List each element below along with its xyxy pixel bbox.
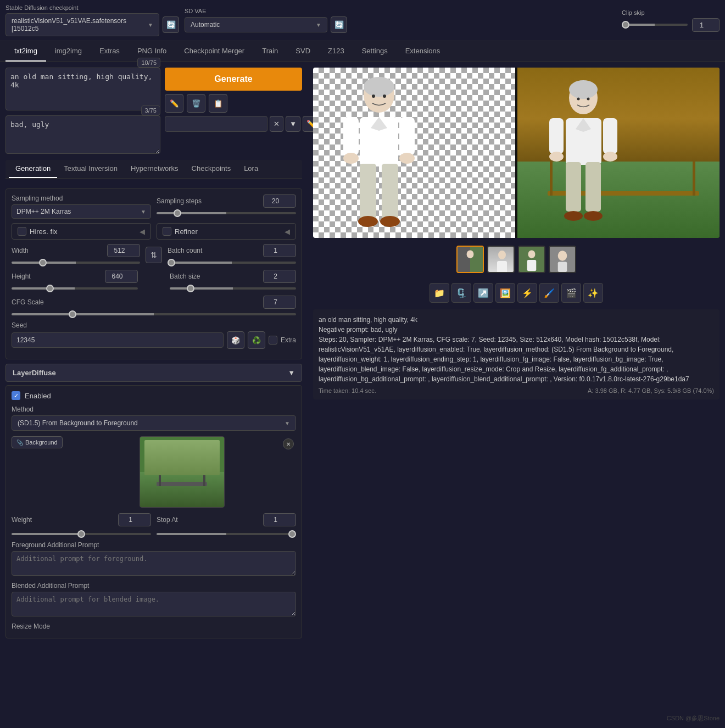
blended-prompt-input[interactable] bbox=[12, 592, 296, 616]
stop-at-slider[interactable] bbox=[157, 533, 296, 535]
gen-tab-hypernetworks[interactable]: Hypernetworks bbox=[124, 160, 185, 178]
clip-skip-input[interactable] bbox=[692, 18, 720, 32]
style-dropdown-btn[interactable]: ▼ bbox=[286, 116, 300, 132]
tab-checkpoint-merger[interactable]: Checkpoint Merger bbox=[175, 41, 253, 62]
vae-value: Automatic bbox=[191, 21, 220, 29]
svg-point-24 bbox=[564, 211, 583, 221]
hires-fix-checkbox[interactable] bbox=[18, 227, 26, 236]
bg-image-close-btn[interactable]: ✕ bbox=[283, 438, 294, 449]
weight-slider[interactable] bbox=[12, 533, 151, 535]
info-meta: Time taken: 10.4 sec. A: 3.98 GB, R: 4.7… bbox=[319, 387, 714, 394]
tab-svd[interactable]: SVD bbox=[287, 41, 319, 62]
time-taken: Time taken: 10.4 sec. bbox=[319, 387, 376, 394]
height-input[interactable] bbox=[105, 270, 138, 283]
stop-at-input[interactable] bbox=[263, 513, 296, 526]
sampling-method-label: Sampling method bbox=[12, 194, 151, 202]
seed-recycle-btn[interactable]: ♻️ bbox=[248, 331, 265, 349]
negative-token-count: 3/75 bbox=[141, 105, 160, 115]
batch-size-input[interactable] bbox=[263, 270, 296, 283]
checkpoint-dropdown[interactable]: realisticVisionV51_v51VAE.safetensors [1… bbox=[5, 13, 159, 36]
sampling-steps-slider[interactable] bbox=[157, 212, 296, 214]
seed-input[interactable] bbox=[12, 332, 224, 348]
tool-send-btn[interactable]: ↗️ bbox=[473, 283, 493, 303]
enabled-checkbox[interactable]: ✓ bbox=[12, 391, 20, 400]
fg-prompt-input[interactable] bbox=[12, 551, 296, 576]
info-text: an old man sitting, high quality, 4k Neg… bbox=[319, 315, 714, 384]
gen-tab-checkpoints[interactable]: Checkpoints bbox=[185, 160, 238, 178]
svg-point-9 bbox=[399, 153, 415, 164]
style-x-btn[interactable]: ✕ bbox=[270, 116, 283, 132]
tool-zip-btn[interactable]: 🗜️ bbox=[451, 283, 471, 303]
gen-tab-lora[interactable]: Lora bbox=[237, 160, 265, 178]
tool-extras-btn[interactable]: ⚡ bbox=[517, 283, 537, 303]
height-slider[interactable] bbox=[12, 287, 138, 290]
tool-video-btn[interactable]: 🎬 bbox=[561, 283, 581, 303]
svg-rect-29 bbox=[470, 247, 483, 272]
tab-img2img[interactable]: img2img bbox=[46, 41, 91, 62]
cfg-scale-input[interactable] bbox=[263, 296, 296, 309]
positive-prompt-input[interactable]: an old man sitting, high quality, 4k bbox=[5, 68, 160, 110]
resize-mode-label: Resize Mode bbox=[12, 623, 296, 630]
tool-magic-btn[interactable]: ✨ bbox=[583, 283, 603, 303]
trash-btn[interactable]: 🗑️ bbox=[187, 94, 205, 113]
gen-tab-textual[interactable]: Textual Inversion bbox=[57, 160, 124, 178]
pencil-btn[interactable]: ✏️ bbox=[165, 94, 183, 113]
layerdiffuse-header[interactable]: LayerDiffuse ▼ bbox=[5, 364, 302, 382]
generate-button[interactable]: Generate bbox=[165, 68, 302, 91]
cfg-scale-label: CFG Scale bbox=[12, 298, 72, 306]
svg-point-22 bbox=[549, 152, 564, 162]
thumbnail-3[interactable] bbox=[518, 246, 545, 273]
batch-count-input[interactable] bbox=[263, 244, 296, 257]
vae-dropdown[interactable]: Automatic ▼ bbox=[185, 17, 327, 32]
batch-size-slider[interactable] bbox=[170, 287, 296, 290]
prompt-row: 10/75 an old man sitting, high quality, … bbox=[5, 68, 302, 155]
height-label: Height bbox=[12, 273, 72, 280]
tool-folder-btn[interactable]: 📁 bbox=[430, 283, 449, 303]
refiner-checkbox[interactable] bbox=[163, 227, 171, 236]
clipboard-btn[interactable]: 📋 bbox=[209, 94, 227, 113]
gen-tab-generation[interactable]: Generation bbox=[9, 160, 57, 178]
swap-dimensions-btn[interactable]: ⇅ bbox=[146, 247, 162, 263]
refiner-arrow: ◀ bbox=[285, 227, 290, 236]
memory-usage: A: 3.98 GB, R: 4.77 GB, Sys: 5.9/8 GB (7… bbox=[588, 387, 714, 394]
tab-z123[interactable]: Z123 bbox=[319, 41, 353, 62]
clip-skip-slider[interactable] bbox=[622, 24, 688, 26]
sampling-method-dropdown[interactable]: DPM++ 2M Karras ▼ bbox=[12, 204, 151, 219]
checkpoint-arrow: ▼ bbox=[148, 22, 153, 28]
seed-row: 🎲 ♻️ Extra bbox=[12, 331, 296, 349]
thumbnail-4[interactable] bbox=[549, 246, 576, 273]
svg-point-15 bbox=[569, 80, 598, 99]
stop-at-label: Stop At bbox=[157, 516, 178, 524]
tab-settings[interactable]: Settings bbox=[353, 41, 397, 62]
tool-canvas-btn[interactable]: 🖼️ bbox=[495, 283, 515, 303]
vae-refresh-btn[interactable]: 🔄 bbox=[331, 16, 347, 33]
bg-label[interactable]: 📎 Background bbox=[12, 436, 63, 448]
tab-train[interactable]: Train bbox=[253, 41, 287, 62]
svg-rect-7 bbox=[399, 117, 415, 155]
width-slider[interactable] bbox=[12, 262, 140, 264]
svg-rect-5 bbox=[382, 164, 398, 219]
thumbnail-2[interactable] bbox=[487, 246, 515, 273]
extra-checkbox[interactable] bbox=[269, 336, 277, 344]
tab-extras[interactable]: Extras bbox=[91, 41, 129, 62]
blended-prompt-label: Blended Additional Prompt bbox=[12, 582, 296, 590]
weight-input[interactable] bbox=[118, 513, 151, 526]
sampling-steps-input[interactable] bbox=[263, 194, 296, 208]
svg-rect-21 bbox=[603, 118, 617, 154]
method-dropdown[interactable]: (SD1.5) From Background to Foreground ▼ bbox=[12, 415, 296, 431]
tool-controlnet-btn[interactable]: 🖌️ bbox=[539, 283, 559, 303]
cfg-scale-slider[interactable] bbox=[12, 313, 296, 315]
width-input[interactable] bbox=[107, 244, 140, 257]
vae-section: SD VAE Automatic ▼ 🔄 bbox=[185, 8, 347, 33]
tab-extensions[interactable]: Extensions bbox=[397, 41, 449, 62]
hires-fix-arrow: ◀ bbox=[140, 227, 145, 236]
tab-txt2img[interactable]: txt2img bbox=[5, 41, 46, 62]
seed-dice-btn[interactable]: 🎲 bbox=[227, 331, 244, 349]
negative-prompt-input[interactable]: bad, ugly bbox=[5, 115, 160, 154]
bg-upload-area: 📎 Background bbox=[12, 436, 296, 508]
style-input[interactable] bbox=[165, 116, 267, 132]
checkpoint-refresh-btn[interactable]: 🔄 bbox=[163, 16, 179, 33]
thumbnail-1[interactable] bbox=[456, 246, 484, 273]
batch-count-slider[interactable] bbox=[168, 262, 296, 264]
info-negative-prefix: Negative prompt: bbox=[319, 326, 369, 334]
